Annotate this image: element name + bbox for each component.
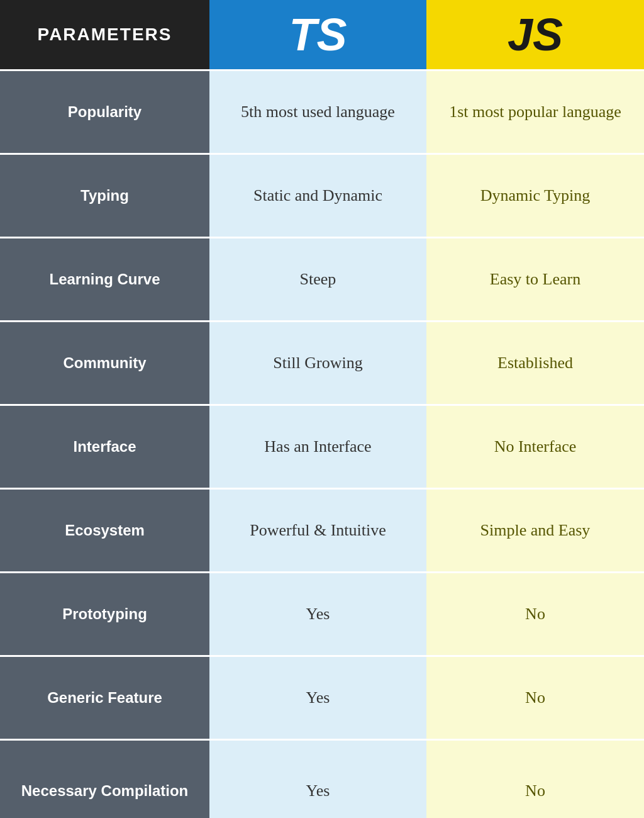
js-cell-necessary-compilation: No bbox=[426, 741, 644, 818]
label-prototyping: Prototyping bbox=[0, 573, 209, 655]
ts-value-interface: Has an Interface bbox=[264, 435, 371, 458]
js-value-popularity: 1st most popular language bbox=[449, 101, 621, 123]
ts-cell-necessary-compilation: Yes bbox=[209, 741, 426, 818]
js-value-interface: No Interface bbox=[494, 435, 577, 458]
js-cell-generic-feature: No bbox=[426, 657, 644, 739]
ts-cell-community: Still Growing bbox=[209, 322, 426, 404]
row-prototyping: PrototypingYesNo bbox=[0, 571, 644, 655]
label-text-ecosystem: Ecosystem bbox=[65, 520, 145, 540]
row-interface: InterfaceHas an InterfaceNo Interface bbox=[0, 404, 644, 488]
label-generic-feature: Generic Feature bbox=[0, 657, 209, 739]
js-value-typing: Dynamic Typing bbox=[480, 184, 591, 207]
row-popularity: Popularity5th most used language1st most… bbox=[0, 69, 644, 153]
header-row: PARAMETERS TS JS bbox=[0, 0, 644, 69]
row-learning-curve: Learning CurveSteepEasy to Learn bbox=[0, 237, 644, 320]
label-necessary-compilation: Necessary Compilation bbox=[0, 741, 209, 818]
js-cell-learning-curve: Easy to Learn bbox=[426, 238, 644, 320]
ts-value-community: Still Growing bbox=[273, 352, 362, 374]
js-cell-typing: Dynamic Typing bbox=[426, 155, 644, 237]
label-text-prototyping: Prototyping bbox=[62, 604, 147, 624]
label-text-interface: Interface bbox=[73, 437, 136, 456]
comparison-table: PARAMETERS TS JS Popularity5th most used… bbox=[0, 0, 644, 818]
ts-cell-ecosystem: Powerful & Intuitive bbox=[209, 490, 426, 571]
js-cell-community: Established bbox=[426, 322, 644, 404]
js-value-generic-feature: No bbox=[525, 686, 545, 709]
label-popularity: Popularity bbox=[0, 71, 209, 153]
ts-label: TS bbox=[289, 9, 347, 60]
ts-value-generic-feature: Yes bbox=[306, 686, 330, 709]
label-text-generic-feature: Generic Feature bbox=[47, 688, 162, 707]
ts-value-learning-curve: Steep bbox=[300, 268, 336, 291]
row-necessary-compilation: Necessary CompilationYesNo bbox=[0, 739, 644, 818]
label-community: Community bbox=[0, 322, 209, 404]
ts-value-ecosystem: Powerful & Intuitive bbox=[250, 519, 386, 542]
ts-value-typing: Static and Dynamic bbox=[253, 184, 382, 207]
label-text-necessary-compilation: Necessary Compilation bbox=[21, 781, 188, 800]
params-label: PARAMETERS bbox=[38, 25, 172, 45]
ts-cell-popularity: 5th most used language bbox=[209, 71, 426, 153]
label-text-community: Community bbox=[64, 353, 147, 373]
row-community: CommunityStill GrowingEstablished bbox=[0, 320, 644, 404]
ts-value-necessary-compilation: Yes bbox=[306, 780, 330, 802]
ts-cell-typing: Static and Dynamic bbox=[209, 155, 426, 237]
js-value-learning-curve: Easy to Learn bbox=[490, 268, 580, 291]
row-generic-feature: Generic FeatureYesNo bbox=[0, 655, 644, 739]
header-params-cell: PARAMETERS bbox=[0, 0, 209, 69]
label-typing: Typing bbox=[0, 155, 209, 237]
js-cell-interface: No Interface bbox=[426, 406, 644, 488]
js-value-community: Established bbox=[497, 352, 573, 374]
ts-cell-prototyping: Yes bbox=[209, 573, 426, 655]
js-value-ecosystem: Simple and Easy bbox=[480, 519, 591, 542]
js-value-prototyping: No bbox=[525, 603, 545, 625]
ts-cell-generic-feature: Yes bbox=[209, 657, 426, 739]
ts-cell-interface: Has an Interface bbox=[209, 406, 426, 488]
js-label: JS bbox=[508, 9, 563, 60]
label-interface: Interface bbox=[0, 406, 209, 488]
label-text-learning-curve: Learning Curve bbox=[49, 269, 160, 289]
js-cell-ecosystem: Simple and Easy bbox=[426, 490, 644, 571]
ts-value-prototyping: Yes bbox=[306, 603, 330, 625]
header-js-cell: JS bbox=[426, 0, 644, 69]
label-learning-curve: Learning Curve bbox=[0, 238, 209, 320]
ts-cell-learning-curve: Steep bbox=[209, 238, 426, 320]
rows-container: Popularity5th most used language1st most… bbox=[0, 69, 644, 818]
js-cell-prototyping: No bbox=[426, 573, 644, 655]
ts-value-popularity: 5th most used language bbox=[241, 101, 395, 123]
label-ecosystem: Ecosystem bbox=[0, 490, 209, 571]
label-text-popularity: Popularity bbox=[68, 102, 142, 121]
row-ecosystem: EcosystemPowerful & IntuitiveSimple and … bbox=[0, 488, 644, 571]
js-value-necessary-compilation: No bbox=[525, 780, 545, 802]
label-text-typing: Typing bbox=[80, 186, 129, 205]
row-typing: TypingStatic and DynamicDynamic Typing bbox=[0, 153, 644, 237]
js-cell-popularity: 1st most popular language bbox=[426, 71, 644, 153]
header-ts-cell: TS bbox=[209, 0, 426, 69]
